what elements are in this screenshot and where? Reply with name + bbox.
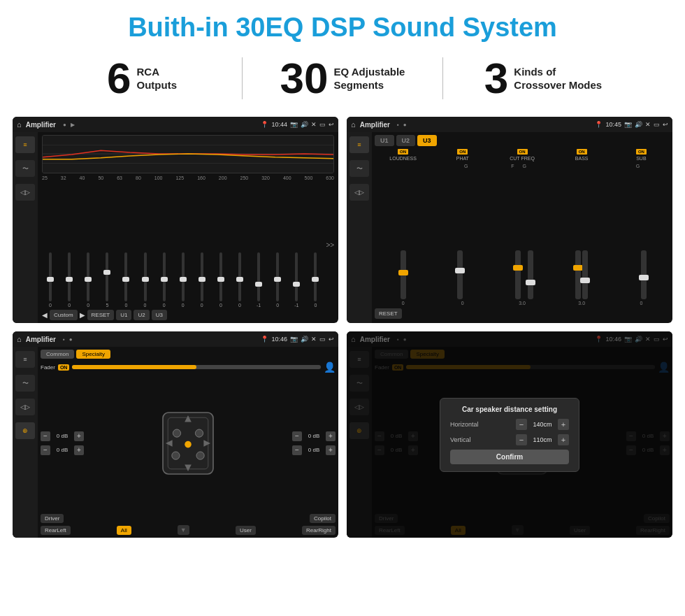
ch-sub-on[interactable]: ON (636, 149, 647, 155)
eq-pin-icon: 📍 (261, 121, 268, 128)
rearright-btn[interactable]: RearRight (302, 526, 336, 535)
eq-main-content: 25 32 40 50 63 80 100 125 160 200 250 32… (38, 132, 338, 323)
eq-slider-7[interactable]: 0 (156, 252, 173, 308)
stat-eq-label: EQ AdjustableSegments (334, 65, 405, 92)
sidebar-eq-btn[interactable]: ≡ (15, 136, 35, 153)
eq-slider-14[interactable]: -1 (288, 252, 305, 308)
copilot-db-val: 0 dB (303, 433, 324, 439)
fader-on-badge[interactable]: ON (58, 364, 70, 371)
eq-prev-btn[interactable]: ◀ (42, 311, 48, 319)
rearright-db-ctrl: − 0 dB + (292, 445, 336, 455)
dialog-overlay: Car speaker distance setting Horizontal … (347, 331, 672, 538)
crossover-sidebar-wave[interactable]: 〜 (349, 160, 369, 177)
all-btn[interactable]: All (117, 526, 131, 535)
eq-more-arrow[interactable]: >> (326, 241, 334, 249)
sidebar-vol-btn[interactable]: ◁▷ (15, 184, 35, 201)
fader-control-row: Fader ON 👤 (41, 361, 336, 373)
ch-cutfreq-track1[interactable] (515, 250, 521, 299)
eq-slider-10[interactable]: 0 (212, 252, 229, 308)
eq-reset-btn[interactable]: RESET (87, 310, 115, 320)
crossover-main-content: U1 U2 U3 ON LOUDNESS 0 (372, 132, 672, 323)
eq-vol-icon: 🔊 (301, 121, 308, 128)
preset-u1-btn[interactable]: U1 (375, 135, 394, 146)
preset-u2-btn[interactable]: U2 (396, 135, 416, 146)
rearright-db-minus[interactable]: − (292, 445, 302, 455)
fader-sidebar-spk[interactable]: ⊕ (15, 422, 35, 439)
eq-slider-3[interactable]: 0 (80, 252, 96, 308)
vertical-minus-btn[interactable]: − (516, 434, 527, 445)
home-icon-2[interactable]: ⌂ (351, 120, 356, 129)
confirm-button[interactable]: Confirm (450, 450, 569, 464)
ch-cutfreq-on[interactable]: ON (517, 149, 528, 155)
ch-loudness-track1[interactable] (401, 250, 406, 299)
ch-bass-track1[interactable] (575, 250, 581, 299)
eq-slider-1[interactable]: 0 (42, 252, 59, 308)
vertical-plus-btn[interactable]: + (558, 434, 569, 445)
fader-x-icon: ✕ (311, 336, 317, 343)
crossover-dot1: ▪ (397, 122, 399, 128)
crossover-dot2: ● (403, 122, 407, 128)
eq-u1-btn[interactable]: U1 (116, 310, 131, 320)
ch-sub-track1[interactable] (641, 250, 647, 299)
eq-dot: ● (63, 122, 66, 128)
eq-play-btn[interactable]: ▶ (80, 311, 85, 319)
rearleft-db-plus[interactable]: + (74, 445, 84, 455)
crossover-pin-icon: 📍 (595, 121, 603, 128)
car-diagram-wrapper (87, 408, 289, 478)
fader-sidebar-vol[interactable]: ◁▷ (15, 399, 35, 415)
driver-db-plus[interactable]: + (74, 431, 84, 441)
driver-btn[interactable]: Driver (41, 514, 64, 523)
ch-bass-track2[interactable] (582, 250, 588, 299)
eq-slider-13[interactable]: 0 (269, 252, 286, 308)
dialog-horizontal-row: Horizontal − 140cm + (450, 419, 569, 430)
fader-vol-icon: 🔊 (301, 336, 308, 343)
crossover-sidebar-vol[interactable]: ◁▷ (349, 184, 369, 201)
fader-sidebar-eq[interactable]: ≡ (15, 351, 35, 368)
rearleft-btn[interactable]: RearLeft (41, 526, 71, 535)
ch-bass-on[interactable]: ON (577, 149, 587, 155)
fader-bar[interactable] (72, 365, 321, 369)
horizontal-plus-btn[interactable]: + (558, 419, 569, 430)
eq-slider-9[interactable]: 0 (194, 252, 210, 308)
copilot-db-minus[interactable]: − (292, 431, 302, 441)
crossover-screen: ⌂ Amplifier ▪ ● 📍 10:45 📷 🔊 ✕ ▭ ↩ ≡ 〜 (347, 117, 672, 323)
eq-slider-11[interactable]: 0 (231, 252, 248, 308)
fader-time: 10:46 (271, 336, 287, 343)
eq-slider-5[interactable]: 0 (117, 252, 134, 308)
crossover-reset-btn[interactable]: RESET (375, 308, 402, 319)
eq-slider-12[interactable]: -1 (250, 252, 267, 308)
eq-u2-btn[interactable]: U2 (134, 310, 149, 320)
fader-sidebar-wave[interactable]: 〜 (15, 375, 35, 392)
fader-back-icon[interactable]: ↩ (329, 336, 334, 343)
ch-phat-track1[interactable] (457, 250, 463, 299)
ch-cutfreq-track2[interactable] (528, 250, 533, 299)
preset-u3-btn[interactable]: U3 (417, 135, 437, 146)
eq-slider-6[interactable]: 0 (136, 252, 153, 308)
down-arrow-btn[interactable]: ▼ (178, 525, 189, 535)
user-btn[interactable]: User (236, 526, 256, 535)
horizontal-minus-btn[interactable]: − (516, 419, 527, 430)
eq-slider-8[interactable]: 0 (175, 252, 192, 308)
tab-specialty-btn[interactable]: Specialty (76, 350, 110, 359)
crossover-back-icon[interactable]: ↩ (663, 121, 668, 128)
eq-slider-2[interactable]: 0 (61, 252, 78, 308)
eq-u3-btn[interactable]: U3 (152, 310, 167, 320)
copilot-db-plus[interactable]: + (326, 431, 336, 441)
eq-slider-15[interactable]: 0 (307, 252, 324, 308)
ch-cutfreq-tracks: F G (511, 162, 533, 299)
driver-db-minus[interactable]: − (41, 431, 50, 441)
eq-slider-4[interactable]: 5 (99, 252, 115, 308)
rearleft-db-minus[interactable]: − (41, 445, 50, 455)
eq-back-icon[interactable]: ↩ (329, 121, 334, 128)
crossover-sidebar-eq[interactable]: ≡ (349, 136, 369, 153)
rearright-db-plus[interactable]: + (326, 445, 336, 455)
sidebar-wave-btn[interactable]: 〜 (15, 160, 35, 177)
copilot-btn[interactable]: Copilot (310, 514, 336, 523)
ch-loudness-on[interactable]: ON (398, 149, 408, 155)
ch-phat-on[interactable]: ON (457, 149, 468, 155)
ch-loudness-val: 0 (402, 301, 405, 306)
fader-topbar: ⌂ Amplifier ▪ ● 📍 10:46 📷 🔊 ✕ ▭ ↩ (13, 331, 338, 347)
home-icon-3[interactable]: ⌂ (17, 335, 22, 343)
home-icon[interactable]: ⌂ (17, 120, 22, 129)
tab-common-btn[interactable]: Common (41, 350, 74, 359)
